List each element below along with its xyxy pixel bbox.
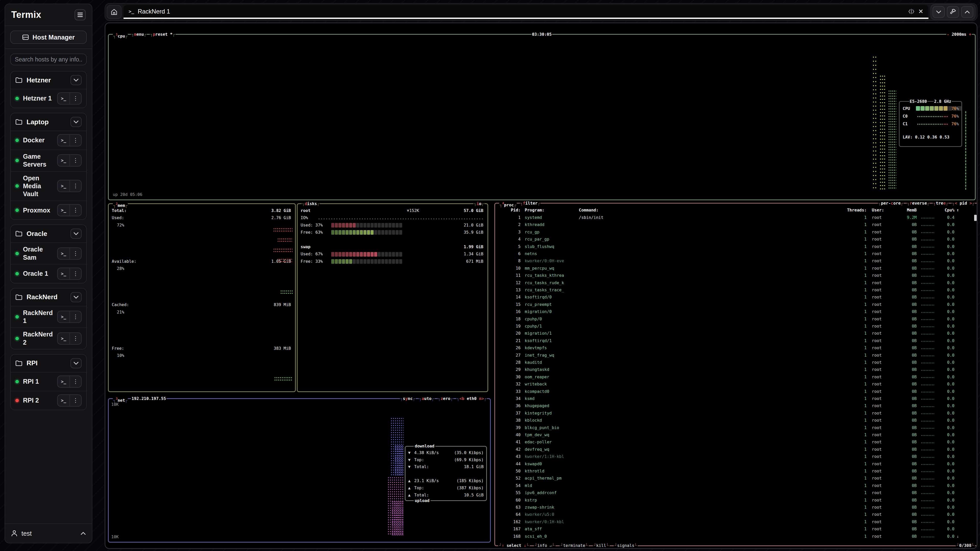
col-cpu[interactable]: Cpu% [933,206,955,214]
group-collapse-button[interactable] [70,292,82,302]
host-item-hetzner-1[interactable]: Hetzner 1>_⋮ [11,89,86,108]
host-menu-button[interactable]: ⋮ [69,395,81,406]
signals-action[interactable]: ┘signals└ [614,543,638,548]
process-row[interactable]: 29khungtaskd1root0B0.0 [495,366,977,373]
net-control-auto[interactable]: ┐auto┌ [419,396,434,402]
process-row[interactable]: 13rcu_tasks_trace_1root0B0.0 [495,286,977,294]
process-row[interactable]: 5slub_flushwq1root0B0.0 [495,243,977,250]
col-program[interactable]: Program: [525,206,544,214]
process-row[interactable]: 20migration/11root0B0.0 [495,330,977,337]
process-row[interactable]: 18cpuhp/01root0B0.0 [495,316,977,323]
process-row[interactable]: 54mld1root0B0.0 [495,482,977,489]
process-row[interactable]: 19cpuhp/11root0B0.0 [495,323,977,330]
chevron-down-button[interactable] [932,6,945,18]
open-terminal-button[interactable]: >_ [58,333,69,344]
process-row[interactable]: 52acpi_thermal_pm1root0B0.0 [495,475,977,482]
process-row[interactable]: 43kworker/1:1H-kbl1root0B0.0 [495,453,977,460]
open-terminal-button[interactable]: >_ [58,93,69,104]
select-action[interactable]: ┘↑ select ↓└ [498,543,530,548]
host-manager-button[interactable]: Host Manager [10,30,87,44]
host-item-docker[interactable]: Docker>_⋮ [11,130,86,149]
info-action[interactable]: ┘info ↵└ [534,543,555,548]
proc-control-tree[interactable]: ┐tree┌ [933,200,948,206]
process-row[interactable]: 11rcu_tasks_kthrea1root0B0.0 [495,272,977,279]
host-item-racknerd-1[interactable]: RackNerd 1>_⋮ [11,306,86,327]
process-row[interactable]: 60kstrp1root0B0.0 [495,497,977,504]
process-row[interactable]: 27inet_frag_wq1root0B0.0 [495,352,977,359]
terminal-screen[interactable]: ┐1cpu┌ ┐menu┌ ┐preset *┌ 03:30:05 - 2000… [105,22,977,549]
host-menu-button[interactable]: ⋮ [69,248,81,259]
group-collapse-button[interactable] [70,358,82,368]
group-collapse-button[interactable] [70,229,82,239]
open-terminal-button[interactable]: >_ [58,205,69,216]
process-row[interactable]: 167ata_sff1root0B0.0 [495,526,977,533]
process-row[interactable]: 30oom_reaper1root0B0.0 [495,373,977,381]
process-row[interactable]: 42devfreq_wq1root0B0.0 [495,446,977,453]
sort-arrow-icon[interactable]: ↑ [956,206,959,214]
net-control-sync[interactable]: ┐sync┌ [400,396,416,402]
host-menu-button[interactable]: ⋮ [69,135,81,146]
group-header[interactable]: RackNerd [11,289,86,306]
host-menu-button[interactable]: ⋮ [69,376,81,387]
menu-control[interactable]: ┐menu┌ [131,32,147,39]
chevron-up-button[interactable] [961,6,974,18]
host-menu-button[interactable]: ⋮ [69,93,81,104]
group-collapse-button[interactable] [70,117,82,127]
process-row[interactable]: 50kthrotld1root0B0.0 [495,468,977,475]
open-terminal-button[interactable]: >_ [58,180,69,192]
net-control-zero[interactable]: ┐zero┌ [438,396,453,402]
process-row[interactable]: 14ksoftirqd/01root0B0.0 [495,294,977,301]
col-threads[interactable]: Threads: [846,206,867,214]
split-view-icon[interactable] [908,9,915,14]
process-row[interactable]: 1systemd/sbin/init1root9.2M0.4 [495,214,977,221]
process-row[interactable]: 4rcu_par_gp1root0B0.0 [495,236,977,243]
host-item-rpi-2[interactable]: RPI 2>_⋮ [11,391,86,410]
process-row[interactable]: 6netns1root0B0.0 [495,250,977,257]
open-terminal-button[interactable]: >_ [58,376,69,387]
host-item-proxmox[interactable]: Proxmox>_⋮ [11,200,86,219]
process-row[interactable]: 34ksmd1root0B0.0 [495,395,977,402]
interval-plus[interactable]: + [969,32,971,37]
host-item-oracle-1[interactable]: Oracle 1>_⋮ [11,264,86,283]
interval-minus[interactable]: - [947,32,950,37]
group-collapse-button[interactable] [70,75,82,85]
process-row[interactable]: 16migration/01root0B0.0 [495,308,977,315]
proc-control-pid-sort[interactable]: ┐< pid >┌ [952,200,975,206]
col-pid[interactable]: Pid: [498,206,520,214]
process-row[interactable]: 38kblockd1root0B0.0 [495,417,977,424]
home-button[interactable] [107,5,121,19]
process-row[interactable]: 44kswapd01root0B0.0 [495,460,977,468]
open-terminal-button[interactable]: >_ [58,248,69,259]
process-row[interactable]: 32writeback1root0B0.0 [495,381,977,388]
group-header[interactable]: Hetzner [11,71,86,89]
menu-button[interactable] [75,9,86,21]
tab-racknerd-1[interactable]: >_ RackNerd 1 ✕ [124,5,928,19]
host-item-rpi-1[interactable]: RPI 1>_⋮ [11,372,86,391]
process-row[interactable]: 26kdevtmpfs1root0B0.0 [495,345,977,351]
process-row[interactable]: 168scsi_eh_01root0B0.0↓ [495,533,977,540]
process-row[interactable]: 39blkcg_punt_bio1root0B0.0 [495,424,977,431]
process-row[interactable]: 37kintegrityd1root0B0.0 [495,410,977,417]
open-terminal-button[interactable]: >_ [58,395,69,406]
host-menu-button[interactable]: ⋮ [69,155,81,166]
process-row[interactable]: 64kworker/u5:01root0B0.0 [495,511,977,518]
col-user[interactable]: User: [872,206,884,214]
tools-button[interactable] [947,6,959,18]
host-item-open-media-vault[interactable]: Open Media Vault>_⋮ [11,171,86,201]
process-row[interactable]: 3rcu_gp1root0B0.0 [495,229,977,236]
host-menu-button[interactable]: ⋮ [69,268,81,279]
process-row[interactable]: 41edac-poller1root0B0.0 [495,438,977,446]
io-control[interactable]: ┐io┌ [473,201,484,206]
host-item-oracle-sam[interactable]: Oracle Sam>_⋮ [11,242,86,264]
kill-action[interactable]: ┘kill└ [593,543,610,548]
process-row[interactable]: 28kauditd1root0B0.0 [495,359,977,366]
group-header[interactable]: RPI [11,354,86,372]
open-terminal-button[interactable]: >_ [58,155,69,166]
preset-control[interactable]: ┐preset *┌ [150,32,175,39]
process-row[interactable]: 162kworker/0:1H-kbl1root0B0.0 [495,518,977,526]
process-row[interactable]: 21ksoftirqd/11root0B0.0 [495,337,977,345]
host-menu-button[interactable]: ⋮ [69,333,81,344]
process-row[interactable]: 36khugepaged1root0B0.0 [495,402,977,410]
net-interface-switch[interactable]: ┐<b eth0 n>┌ [456,396,487,402]
user-row[interactable]: test [5,524,92,543]
